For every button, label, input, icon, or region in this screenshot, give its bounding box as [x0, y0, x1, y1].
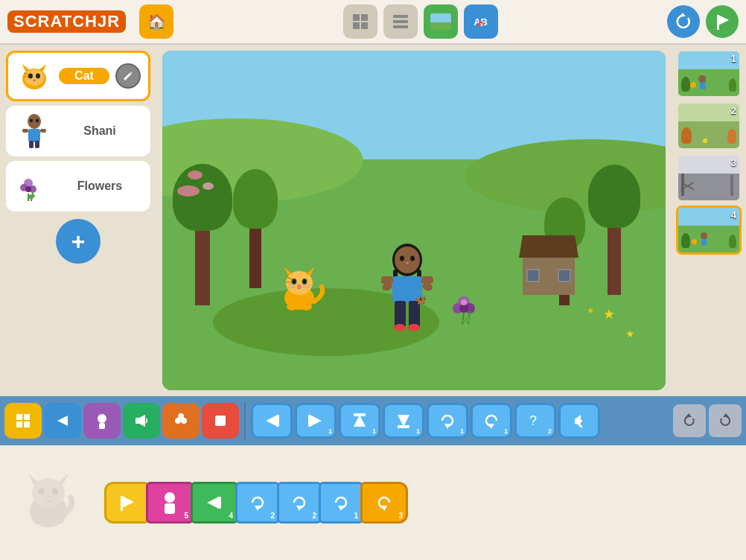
svg-rect-28 — [40, 129, 46, 133]
svg-rect-3 — [361, 22, 368, 29]
svg-marker-41 — [306, 267, 315, 276]
svg-marker-92 — [266, 415, 278, 427]
svg-text:✕: ✕ — [479, 22, 484, 26]
spin-2-num: 2 — [312, 512, 316, 520]
grid-view-button[interactable] — [343, 4, 377, 39]
scene-thumb-3[interactable]: 3 — [676, 153, 742, 203]
tree-3 — [588, 165, 640, 295]
home-button[interactable]: 🏠 — [139, 4, 173, 39]
svg-marker-12 — [718, 15, 729, 25]
move-right-block[interactable] — [251, 403, 293, 439]
svg-rect-99 — [398, 425, 409, 428]
move-down-block[interactable]: 1 — [383, 403, 424, 439]
trigger-category-button[interactable] — [4, 403, 42, 439]
house-window-2 — [558, 269, 571, 282]
looks-category-button[interactable] — [83, 403, 121, 439]
end-category-button[interactable] — [202, 403, 239, 439]
go-home-block[interactable] — [558, 403, 600, 439]
scene-3-number: 3 — [731, 157, 736, 168]
scene-4-bg — [678, 208, 739, 252]
scene-4-number: 4 — [731, 209, 736, 220]
stage-shani-sprite — [374, 244, 441, 336]
shani-sprite-image — [16, 112, 53, 150]
svg-point-70 — [408, 324, 420, 331]
script-flag-block[interactable] — [104, 482, 149, 524]
svg-point-19 — [36, 74, 40, 79]
add-icon: + — [71, 229, 86, 253]
move-left-num: 1 — [328, 427, 332, 435]
stage-canvas[interactable]: ★ ★ ★ 🦋 — [162, 51, 666, 390]
svg-marker-98 — [398, 415, 409, 427]
shani-sprite-name: Shani — [59, 124, 141, 138]
scene-thumb-1[interactable]: 1 — [676, 49, 742, 98]
turn-left-block[interactable]: 1 — [471, 403, 512, 439]
cat-edit-button[interactable] — [115, 63, 141, 89]
svg-line-76 — [462, 313, 464, 325]
svg-point-46 — [297, 284, 301, 287]
list-view-button[interactable] — [383, 4, 418, 39]
svg-rect-2 — [353, 22, 360, 29]
svg-marker-83 — [57, 416, 68, 426]
svg-rect-64 — [421, 276, 433, 284]
svg-point-61 — [406, 262, 409, 264]
stage-cat-sprite — [273, 261, 325, 316]
script-person-block[interactable]: 5 — [146, 482, 194, 524]
text-button[interactable]: AB ✕ — [464, 4, 498, 39]
script-spin-1-block[interactable]: 2 — [235, 482, 280, 524]
scene-thumb-4[interactable]: 4 — [676, 206, 742, 255]
move-left-block[interactable]: 1 — [295, 403, 337, 439]
svg-marker-94 — [310, 415, 322, 427]
undo-button[interactable] — [673, 404, 706, 437]
script-repeat-block[interactable]: 3 — [360, 482, 408, 524]
svg-marker-96 — [354, 415, 366, 427]
control-category-button[interactable] — [162, 403, 200, 439]
green-flag-button[interactable] — [706, 5, 739, 38]
svg-marker-109 — [58, 474, 68, 484]
svg-rect-80 — [24, 414, 30, 420]
butterfly: 🦋 — [414, 293, 427, 305]
redo-button[interactable] — [709, 404, 742, 437]
scene-2-number: 2 — [731, 105, 736, 116]
house-roof — [519, 235, 578, 258]
svg-rect-95 — [308, 415, 311, 427]
house-body — [523, 258, 575, 295]
move-up-num: 1 — [372, 427, 376, 435]
sound-category-button[interactable] — [123, 403, 160, 439]
turn-right-num: 1 — [460, 427, 464, 435]
svg-point-18 — [28, 74, 33, 79]
scene-1-bg — [678, 51, 739, 96]
blossom-3 — [203, 182, 214, 190]
svg-rect-26 — [35, 141, 39, 148]
add-sprite-button[interactable]: + — [56, 219, 101, 264]
script-move-block[interactable]: 4 — [191, 482, 238, 524]
svg-marker-105 — [723, 413, 729, 417]
svg-rect-25 — [29, 141, 34, 148]
svg-rect-63 — [381, 276, 393, 284]
turn-right-block[interactable]: 1 — [427, 403, 468, 439]
svg-rect-27 — [22, 129, 28, 133]
move-up-block[interactable]: 1 — [339, 403, 380, 439]
sprite-card-shani[interactable]: Shani — [6, 106, 150, 156]
sprite-card-cat[interactable]: Cat — [6, 51, 150, 101]
script-spin-2-block[interactable]: 2 — [277, 482, 322, 524]
svg-point-15 — [25, 69, 44, 86]
stage-button[interactable] — [424, 4, 458, 39]
script-spin-3-block[interactable]: 1 — [319, 482, 363, 524]
scene-panel: 1 2 3 — [672, 45, 746, 396]
sprite-card-flowers[interactable]: Flowers — [6, 161, 150, 211]
undo-redo-group — [673, 404, 742, 437]
undo-scene-button[interactable] — [667, 5, 700, 38]
logo: SCRATCHJR — [7, 10, 126, 33]
scene-thumb-2[interactable]: 2 — [676, 101, 742, 150]
motion-category-button[interactable] — [44, 403, 81, 439]
svg-marker-119 — [207, 497, 219, 509]
main-area: Cat — [0, 45, 746, 396]
svg-point-75 — [461, 299, 467, 305]
palette-separator — [244, 402, 246, 439]
svg-rect-118 — [165, 503, 175, 514]
svg-point-90 — [178, 413, 184, 419]
hop-block[interactable]: ? 2 — [514, 403, 556, 439]
svg-point-34 — [25, 186, 31, 192]
svg-marker-87 — [139, 415, 145, 427]
svg-marker-16 — [22, 64, 30, 71]
